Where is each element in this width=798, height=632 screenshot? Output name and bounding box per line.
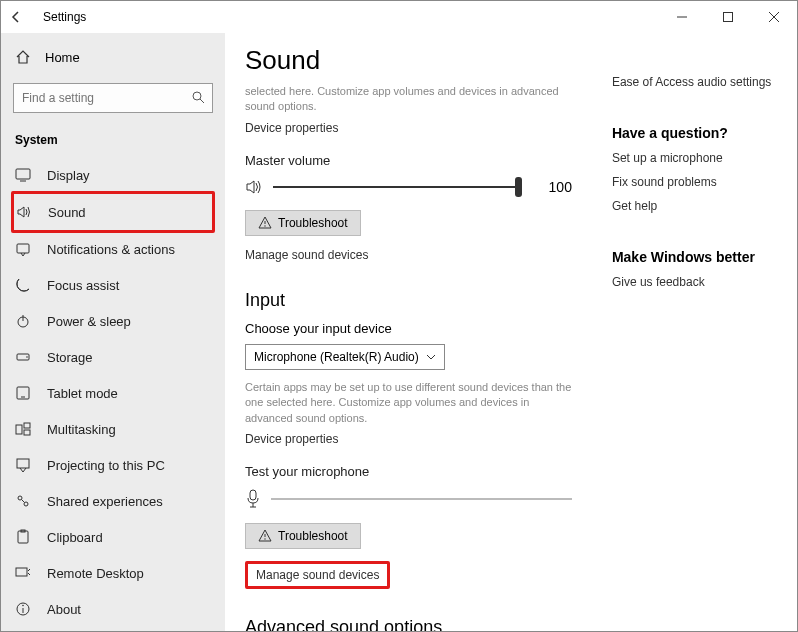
sidebar-item-label: About [47, 602, 81, 617]
svg-point-19 [18, 496, 22, 500]
svg-point-27 [22, 605, 24, 607]
sidebar-item-multi[interactable]: Multitasking [13, 411, 213, 447]
right-column: Ease of Access audio settings Have a que… [612, 45, 785, 619]
sidebar-item-project[interactable]: Projecting to this PC [13, 447, 213, 483]
sidebar-item-label: Remote Desktop [47, 566, 144, 581]
warning-icon [258, 216, 272, 230]
microphone-icon [245, 489, 261, 509]
svg-rect-30 [250, 490, 256, 500]
svg-point-4 [193, 92, 201, 100]
speaker-icon [245, 178, 263, 196]
svg-rect-24 [16, 568, 27, 576]
sidebar-item-power[interactable]: Power & sleep [13, 303, 213, 339]
input-choose-label: Choose your input device [245, 321, 572, 336]
warning-icon [258, 529, 272, 543]
sidebar-item-label: Power & sleep [47, 314, 131, 329]
content-area: Sound selected here. Customize app volum… [245, 45, 572, 619]
sidebar-item-display[interactable]: Display [13, 157, 213, 193]
power-icon [15, 313, 33, 329]
fix-sound-link[interactable]: Fix sound problems [612, 175, 785, 189]
display-icon [15, 167, 33, 183]
sidebar-item-about[interactable]: About [13, 591, 213, 627]
project-icon [15, 457, 33, 473]
sidebar-item-label: Focus assist [47, 278, 119, 293]
shared-icon [15, 493, 33, 509]
manage-devices-link[interactable]: Manage sound devices [245, 248, 572, 262]
svg-rect-18 [17, 459, 29, 468]
svg-rect-1 [724, 13, 733, 22]
get-help-link[interactable]: Get help [612, 199, 785, 213]
search-input[interactable] [13, 83, 213, 113]
ease-of-access-link[interactable]: Ease of Access audio settings [612, 75, 785, 89]
setup-mic-link[interactable]: Set up a microphone [612, 151, 785, 165]
storage-icon [15, 349, 33, 365]
maximize-button[interactable] [705, 1, 751, 33]
clipboard-icon [15, 529, 33, 545]
svg-rect-8 [17, 244, 29, 253]
svg-line-21 [22, 500, 25, 503]
device-properties-link[interactable]: Device properties [245, 121, 572, 135]
input-device-select[interactable]: Microphone (Realtek(R) Audio) [245, 344, 445, 370]
svg-point-32 [264, 538, 265, 539]
sidebar-item-tablet[interactable]: Tablet mode [13, 375, 213, 411]
sidebar-item-label: Clipboard [47, 530, 103, 545]
test-mic-label: Test your microphone [245, 464, 572, 479]
sidebar-item-sound[interactable]: Sound [14, 194, 212, 230]
sidebar-item-label: Tablet mode [47, 386, 118, 401]
make-better-heading: Make Windows better [612, 249, 785, 265]
manage-input-devices-link[interactable]: Manage sound devices [245, 561, 390, 589]
sidebar-item-notify[interactable]: Notifications & actions [13, 231, 213, 267]
svg-point-29 [264, 225, 265, 226]
troubleshoot-input-button[interactable]: Troubleshoot [245, 523, 361, 549]
svg-line-5 [200, 99, 204, 103]
output-description: selected here. Customize app volumes and… [245, 84, 572, 115]
sidebar-item-storage[interactable]: Storage [13, 339, 213, 375]
master-volume-label: Master volume [245, 153, 572, 168]
search-box[interactable] [13, 83, 213, 113]
about-icon [15, 601, 33, 617]
sidebar-item-shared[interactable]: Shared experiences [13, 483, 213, 519]
question-heading: Have a question? [612, 125, 785, 141]
sidebar-item-label: Notifications & actions [47, 242, 175, 257]
home-button[interactable]: Home [13, 43, 213, 71]
tablet-icon [15, 385, 33, 401]
section-label: System [13, 127, 213, 157]
mic-level-bar [271, 498, 572, 500]
troubleshoot-label: Troubleshoot [278, 529, 348, 543]
svg-rect-22 [18, 531, 28, 543]
home-icon [15, 49, 31, 65]
sidebar-item-clipboard[interactable]: Clipboard [13, 519, 213, 555]
input-device-properties-link[interactable]: Device properties [245, 432, 572, 446]
multi-icon [15, 421, 33, 437]
svg-rect-17 [24, 430, 30, 435]
minimize-button[interactable] [659, 1, 705, 33]
sidebar-item-remote[interactable]: Remote Desktop [13, 555, 213, 591]
sidebar-item-label: Multitasking [47, 422, 116, 437]
input-heading: Input [245, 290, 572, 311]
svg-rect-6 [16, 169, 30, 179]
notify-icon [15, 241, 33, 257]
sidebar-item-label: Display [47, 168, 90, 183]
sidebar-item-label: Storage [47, 350, 93, 365]
volume-slider[interactable] [273, 179, 522, 195]
close-button[interactable] [751, 1, 797, 33]
sound-icon [16, 204, 34, 220]
remote-icon [15, 565, 33, 581]
sidebar: Home System DisplaySoundNotifications & … [1, 33, 225, 631]
feedback-link[interactable]: Give us feedback [612, 275, 785, 289]
volume-value: 100 [532, 179, 572, 195]
back-button[interactable] [9, 10, 37, 24]
sidebar-item-label: Sound [48, 205, 86, 220]
page-title: Sound [245, 45, 572, 76]
svg-rect-15 [16, 425, 22, 434]
sidebar-item-focus[interactable]: Focus assist [13, 267, 213, 303]
svg-point-12 [26, 356, 28, 358]
svg-rect-16 [24, 423, 30, 428]
focus-icon [15, 277, 33, 293]
sidebar-item-label: Shared experiences [47, 494, 163, 509]
input-device-value: Microphone (Realtek(R) Audio) [254, 350, 419, 364]
nav-list: DisplaySoundNotifications & actionsFocus… [13, 157, 213, 627]
search-icon [191, 90, 205, 104]
troubleshoot-output-button[interactable]: Troubleshoot [245, 210, 361, 236]
svg-point-20 [24, 502, 28, 506]
